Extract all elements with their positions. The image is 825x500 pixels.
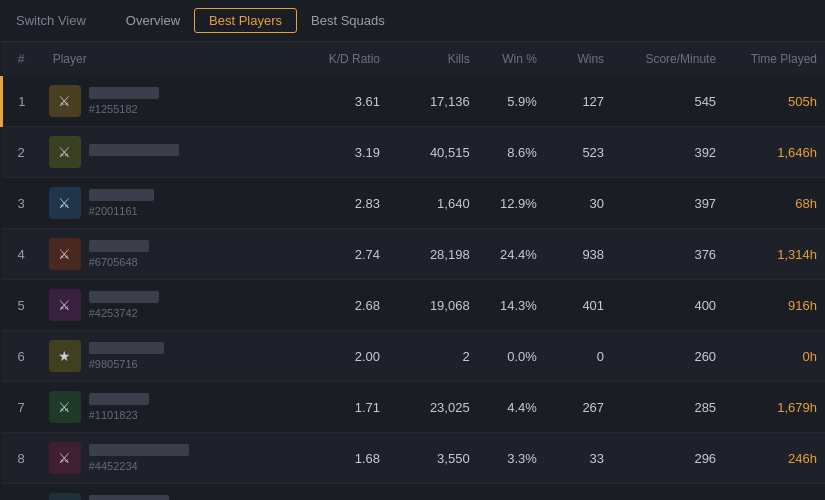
kd-cell: 2.74 <box>287 229 388 280</box>
col-kd: K/D Ratio <box>287 42 388 76</box>
table-row[interactable]: 4 ⚔ #6705648 2.74 28,198 24.4% 938 376 1… <box>2 229 826 280</box>
player-name-wrap: #1255182 <box>89 87 159 115</box>
player-id: #6705648 <box>89 256 149 268</box>
winpct-cell: 3.3% <box>478 433 545 484</box>
time-played-cell: 505h <box>724 76 825 127</box>
player-name-blurred <box>89 393 149 405</box>
kills-cell: 13,519 <box>388 484 478 501</box>
switch-view-button[interactable]: Switch View <box>10 9 92 32</box>
rank-cell: 3 <box>2 178 41 229</box>
players-table: # Player K/D Ratio Kills Win % Wins Scor… <box>0 42 825 500</box>
player-avatar: ⚔ <box>49 85 81 117</box>
rank-cell: 8 <box>2 433 41 484</box>
col-kills: Kills <box>388 42 478 76</box>
kills-cell: 23,025 <box>388 382 478 433</box>
col-winpct: Win % <box>478 42 545 76</box>
winpct-cell: 5.9% <box>478 76 545 127</box>
player-id: #2001161 <box>89 205 154 217</box>
player-avatar: ⚔ <box>49 187 81 219</box>
wins-cell: 30 <box>545 178 612 229</box>
rank-cell: 9 <box>2 484 41 501</box>
player-name-blurred <box>89 495 169 500</box>
table-row[interactable]: 1 ⚔ #1255182 3.61 17,136 5.9% 127 545 50… <box>2 76 826 127</box>
score-min-cell: 400 <box>612 280 724 331</box>
player-cell: ⚔ #1875246 <box>41 484 287 501</box>
col-score-min: Score/Minute <box>612 42 724 76</box>
player-name-wrap: #4452234 <box>89 444 189 472</box>
col-rank: # <box>2 42 41 76</box>
time-played-cell: 916h <box>724 280 825 331</box>
kills-cell: 28,198 <box>388 229 478 280</box>
winpct-cell: 0.0% <box>478 331 545 382</box>
time-played-cell: 1,314h <box>724 229 825 280</box>
player-cell: ★ #9805716 <box>41 331 287 382</box>
tab-best-players[interactable]: Best Players <box>194 8 297 33</box>
tab-overview[interactable]: Overview <box>112 9 194 32</box>
winpct-cell: 5.0% <box>478 484 545 501</box>
player-cell: ⚔ #1255182 <box>41 76 287 127</box>
player-avatar: ⚔ <box>49 493 81 500</box>
kd-cell: 1.59 <box>287 484 388 501</box>
kd-cell: 2.68 <box>287 280 388 331</box>
score-min-cell: 392 <box>612 127 724 178</box>
kills-cell: 3,550 <box>388 433 478 484</box>
wins-cell: 267 <box>545 382 612 433</box>
table-row[interactable]: 5 ⚔ #4253742 2.68 19,068 14.3% 401 400 9… <box>2 280 826 331</box>
table-row[interactable]: 2 ⚔ 3.19 40,515 8.6% 523 392 1,646h <box>2 127 826 178</box>
wins-cell: 127 <box>545 76 612 127</box>
time-played-cell: 1,679h <box>724 382 825 433</box>
col-wins: Wins <box>545 42 612 76</box>
player-id: #1255182 <box>89 103 159 115</box>
time-played-cell: 1,646h <box>724 127 825 178</box>
score-min-cell: 296 <box>612 433 724 484</box>
player-id: #4253742 <box>89 307 159 319</box>
col-time-played: Time Played <box>724 42 825 76</box>
table-row[interactable]: 8 ⚔ #4452234 1.68 3,550 3.3% 33 296 246h <box>2 433 826 484</box>
kills-cell: 17,136 <box>388 76 478 127</box>
player-name-wrap: #9805716 <box>89 342 164 370</box>
score-min-cell: 291 <box>612 484 724 501</box>
player-cell: ⚔ #2001161 <box>41 178 287 229</box>
wins-cell: 523 <box>545 127 612 178</box>
kills-cell: 40,515 <box>388 127 478 178</box>
table-row[interactable]: 6 ★ #9805716 2.00 2 0.0% 0 260 0h <box>2 331 826 382</box>
tab-best-squads[interactable]: Best Squads <box>297 9 399 32</box>
kd-cell: 3.19 <box>287 127 388 178</box>
rank-cell: 6 <box>2 331 41 382</box>
kd-cell: 2.00 <box>287 331 388 382</box>
top-navigation: Switch View Overview Best Players Best S… <box>0 0 825 42</box>
player-name-wrap: #4253742 <box>89 291 159 319</box>
player-name-wrap: #2001161 <box>89 189 154 217</box>
rank-cell: 4 <box>2 229 41 280</box>
wins-cell: 33 <box>545 433 612 484</box>
table-row[interactable]: 3 ⚔ #2001161 2.83 1,640 12.9% 30 397 68h <box>2 178 826 229</box>
kd-cell: 1.71 <box>287 382 388 433</box>
rank-cell: 1 <box>2 76 41 127</box>
score-min-cell: 285 <box>612 382 724 433</box>
kd-cell: 1.68 <box>287 433 388 484</box>
player-id: #4452234 <box>89 460 189 472</box>
table-row[interactable]: 9 ⚔ #1875246 1.59 13,519 5.0% 168 291 96… <box>2 484 826 501</box>
winpct-cell: 14.3% <box>478 280 545 331</box>
score-min-cell: 260 <box>612 331 724 382</box>
winpct-cell: 8.6% <box>478 127 545 178</box>
score-min-cell: 376 <box>612 229 724 280</box>
player-avatar: ★ <box>49 340 81 372</box>
player-name-wrap <box>89 144 179 160</box>
winpct-cell: 4.4% <box>478 382 545 433</box>
winpct-cell: 24.4% <box>478 229 545 280</box>
player-name-blurred <box>89 342 164 354</box>
kills-cell: 19,068 <box>388 280 478 331</box>
kills-cell: 2 <box>388 331 478 382</box>
player-cell: ⚔ #4452234 <box>41 433 287 484</box>
kd-cell: 3.61 <box>287 76 388 127</box>
wins-cell: 401 <box>545 280 612 331</box>
table-row[interactable]: 7 ⚔ #1101823 1.71 23,025 4.4% 267 285 1,… <box>2 382 826 433</box>
player-name-wrap: #1875246 <box>89 495 169 500</box>
player-name-wrap: #6705648 <box>89 240 149 268</box>
player-id: #9805716 <box>89 358 164 370</box>
player-name-blurred <box>89 444 189 456</box>
player-name-wrap: #1101823 <box>89 393 149 421</box>
wins-cell: 938 <box>545 229 612 280</box>
time-played-cell: 0h <box>724 331 825 382</box>
